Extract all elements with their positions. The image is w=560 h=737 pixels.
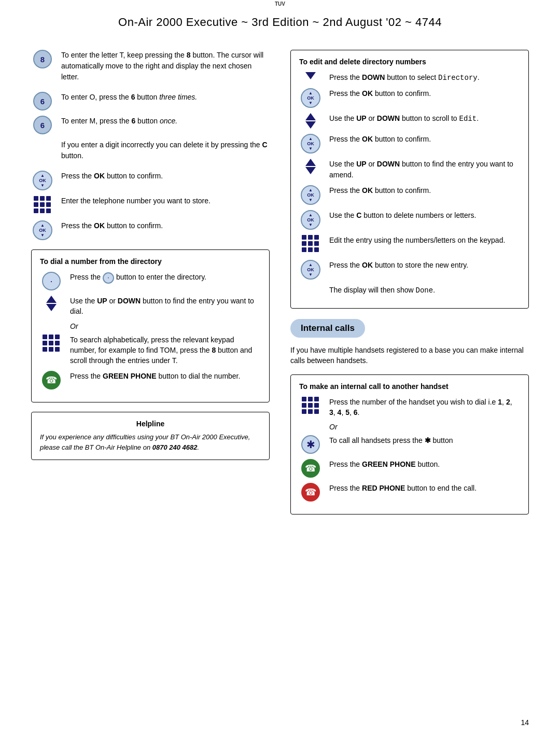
right-column: To edit and delete directory numbers Pre… [290, 50, 529, 524]
page-title: On-Air 2000 Executive ~ 3rd Edition ~ 2n… [31, 16, 529, 29]
ok-btn-icon-2: ▲ OK ▼ [31, 220, 54, 240]
internal-calls-section: Internal calls If you have multiple hand… [290, 319, 529, 514]
edit-text-c-delete: Use the C button to delete numbers or le… [329, 210, 476, 220]
helpline-title: Helpline [40, 420, 261, 428]
edit-row-ok1: ▲ OK ▼ Press the OK button to confirm. [299, 88, 520, 108]
dial-or-1: Or [70, 322, 261, 330]
intro-section: TUV8 To enter the letter T, keep pressin… [31, 50, 270, 240]
internal-or: Or [329, 423, 520, 431]
left-column: TUV8 To enter the letter T, keep pressin… [31, 50, 270, 524]
internal-row-green-phone: ☎ Press the GREEN PHONE button. [299, 459, 520, 478]
edit-row-down: Press the DOWN button to select Director… [299, 72, 520, 83]
edit-row-ok3: ▲ OK ▼ Press the OK button to confirm. [299, 185, 520, 205]
edit-text-ok-store: Press the OK button to store the new ent… [329, 260, 468, 270]
dial-text-updown: Use the UP or DOWN button to find the en… [70, 296, 261, 317]
edit-delete-box: To edit and delete directory numbers Pre… [290, 50, 529, 309]
internal-text-star: To call all handsets press the ✱ button [329, 435, 453, 446]
internal-call-box: To make an internal call to another hand… [290, 374, 529, 515]
intro-row-6b: 6 To enter M, press the 6 button once. [31, 116, 270, 134]
internal-row-keypad: Press the number of the handset you wish… [299, 397, 520, 418]
intro-text-delete: If you enter a digit incorrectly you can… [61, 140, 270, 161]
edit-row-c-delete: ▲ OK ▼ Use the C button to delete number… [299, 210, 520, 230]
edit-row-done: The display will then show Done. [299, 285, 520, 296]
intro-text-ok1: Press the OK button to confirm. [61, 171, 163, 182]
key-8-icon: TUV8 [31, 50, 54, 68]
edit-text-done: The display will then show Done. [329, 285, 435, 296]
intro-text-6b: To enter M, press the 6 button once. [61, 116, 177, 127]
intro-text-6a: To enter O, press the 6 button three tim… [61, 92, 197, 103]
dial-directory-title: To dial a number from the directory [40, 257, 261, 266]
internal-row-red-phone: ☎ Press the RED PHONE button to end the … [299, 483, 520, 502]
edit-text-ok2: Press the OK button to confirm. [329, 134, 431, 144]
green-phone-icon-2: ☎ [299, 459, 322, 478]
red-phone-icon: ☎ [299, 483, 322, 502]
helpline-text: If you experience any difficulties using… [40, 432, 261, 452]
intro-text-8: To enter the letter T, keep pressing the… [61, 50, 270, 82]
ok-icon-edit-3: ▲ OK ▼ [299, 185, 322, 205]
intro-row-keypad: Enter the telephone number you want to s… [31, 196, 270, 215]
dial-directory-box: To dial a number from the directory · Pr… [31, 249, 270, 402]
edit-text-ok3: Press the OK button to confirm. [329, 185, 431, 196]
edit-row-updown1: Use the UP or DOWN button to scroll to E… [299, 113, 520, 129]
edit-text-ok1: Press the OK button to confirm. [329, 88, 431, 99]
arrow-updown-icon-1 [40, 296, 63, 311]
key-6b-icon: 6 [31, 116, 54, 134]
intro-text-keypad: Enter the telephone number you want to s… [61, 196, 211, 206]
ok-icon-edit-5: ▲ OK ▼ [299, 260, 322, 280]
intro-row-ok1: ▲ OK ▼ Press the OK button to confirm. [31, 171, 270, 190]
helpline-phone: 0870 240 4682 [152, 443, 198, 451]
intro-row-6a: 6 To enter O, press the 6 button three t… [31, 92, 270, 110]
edit-row-updown2: Use the UP or DOWN button to find the en… [299, 159, 520, 180]
internal-row-star: ✱ To call all handsets press the ✱ butto… [299, 435, 520, 454]
internal-text-keypad: Press the number of the handset you wish… [329, 397, 520, 418]
dial-text-green-phone: Press the GREEN PHONE button to dial the… [70, 371, 240, 381]
edit-row-ok-store: ▲ OK ▼ Press the OK button to store the … [299, 260, 520, 280]
dial-row-green-phone: ☎ Press the GREEN PHONE button to dial t… [40, 371, 261, 390]
keypad-icon-2 [40, 335, 63, 354]
keypad-icon-1 [31, 196, 54, 215]
circle-dot-icon: · [40, 272, 63, 290]
dial-row-updown: Use the UP or DOWN button to find the en… [40, 296, 261, 317]
ok-icon-edit-1: ▲ OK ▼ [299, 88, 322, 108]
green-phone-icon-1: ☎ [40, 371, 63, 390]
internal-calls-intro: If you have multiple handsets registered… [290, 345, 529, 366]
edit-delete-title: To edit and delete directory numbers [299, 58, 520, 66]
ok-icon-edit-4: ▲ OK ▼ [299, 210, 322, 230]
page-number: 14 [521, 718, 529, 727]
ok-btn-icon-1: ▲ OK ▼ [31, 171, 54, 190]
dial-text-keypad-search: To search alphabetically, press the rele… [70, 335, 261, 366]
keypad-icon-edit [299, 235, 322, 255]
arrow-updown-icon-edit-1 [299, 113, 322, 129]
keypad-icon-internal [299, 397, 322, 416]
dial-row-circle: · Press the · button to enter the direct… [40, 272, 261, 290]
tri-down-icon-1 [299, 72, 322, 79]
intro-row-8: TUV8 To enter the letter T, keep pressin… [31, 50, 270, 87]
edit-text-updown1: Use the UP or DOWN button to scroll to E… [329, 113, 479, 124]
arrow-updown-icon-edit-2 [299, 159, 322, 174]
helpline-box: Helpline If you experience any difficult… [31, 412, 270, 460]
dial-text-circle: Press the · button to enter the director… [70, 272, 206, 284]
key-6a-icon: 6 [31, 92, 54, 110]
edit-text-updown2: Use the UP or DOWN button to find the en… [329, 159, 520, 180]
internal-text-red-phone: Press the RED PHONE button to end the ca… [329, 483, 477, 493]
intro-text-ok2: Press the OK button to confirm. [61, 220, 163, 231]
internal-text-green-phone: Press the GREEN PHONE button. [329, 459, 440, 469]
star-icon: ✱ [299, 435, 322, 454]
internal-call-title: To make an internal call to another hand… [299, 382, 520, 391]
intro-row-ok2: ▲ OK ▼ Press the OK button to confirm. [31, 220, 270, 240]
ok-icon-edit-2: ▲ OK ▼ [299, 134, 322, 154]
edit-row-ok2: ▲ OK ▼ Press the OK button to confirm. [299, 134, 520, 154]
edit-text-down: Press the DOWN button to select Director… [329, 72, 480, 83]
edit-row-keypad: Edit the entry using the numbers/letters… [299, 235, 520, 255]
dial-row-keypad-search: To search alphabetically, press the rele… [40, 335, 261, 366]
intro-row-delete: If you enter a digit incorrectly you can… [31, 140, 270, 165]
internal-calls-heading: Internal calls [290, 319, 365, 338]
edit-text-keypad: Edit the entry using the numbers/letters… [329, 235, 505, 245]
